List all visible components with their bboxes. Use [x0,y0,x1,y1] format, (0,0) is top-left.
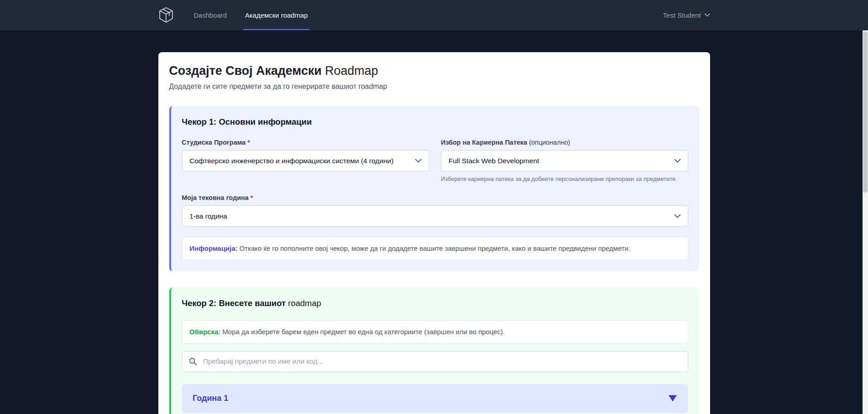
step2-heading: Чекор 2: Внесете вашиот roadmap [182,298,688,308]
laravel-logo-icon[interactable] [158,0,174,30]
obligation-note-label: Обврска: [190,328,221,336]
step1-heading: Чекор 1: Основни информации [182,117,688,127]
scrollbar-thumb[interactable] [863,31,868,193]
current-year-label: Моја тековна година * [182,194,688,201]
roadmap-card: Создајте Свој Академски Roadmap Додадете… [158,52,710,414]
nav-link-dashboard[interactable]: Dashboard [192,0,229,30]
info-note-text: Откако ќе го пополните овој чекор, може … [240,244,630,252]
chevron-down-icon [415,159,422,163]
current-year-select-value: 1-ва година [190,212,227,220]
nav-link-academic-roadmap[interactable]: Академски roadmap [243,0,309,30]
obligation-note: Обврска: Мора да изберете барем еден пре… [182,320,688,344]
step2-section: Чекор 2: Внесете вашиот roadmap Обврска:… [169,287,699,414]
top-navbar: Dashboard Академски roadmap Test Student [0,0,868,30]
page-subtitle: Додадете ги сите предмети за да го генер… [169,83,699,91]
user-name-label: Test Student [663,11,701,19]
year-1-label: Година 1 [193,394,228,403]
step1-section: Чекор 1: Основни информации Студиска Про… [169,106,699,271]
chevron-down-icon [705,13,710,17]
course-search-input[interactable] [182,351,688,372]
required-asterisk: * [250,194,253,201]
program-select[interactable]: Софтверско инженерство и информациски си… [182,150,429,171]
career-help-text: Изберете кариерна патека за да добиете п… [441,175,688,182]
collapse-triangle-icon[interactable] [668,395,677,402]
career-select-value: Full Stack Web Development [449,157,539,165]
program-label: Студиска Програма * [182,139,429,146]
chevron-down-icon [674,214,681,218]
obligation-note-text: Мора да изберете барем еден предмет во е… [222,328,505,336]
current-year-select[interactable]: 1-ва година [182,205,688,227]
current-year-field: Моја тековна година * 1-ва година [182,194,688,227]
scrollbar[interactable] [863,30,868,414]
program-select-value: Софтверско инженерство и информациски си… [190,157,394,165]
year-1-accordion-header[interactable]: Година 1 [182,384,688,413]
main-content: Создајте Свој Академски Roadmap Додадете… [0,30,868,414]
career-label: Избор на Кариерна Патека (опционално) [441,139,688,146]
required-asterisk: * [247,139,250,146]
career-select[interactable]: Full Stack Web Development [441,150,688,171]
program-field: Студиска Програма * Софтверско инженерст… [182,139,429,182]
course-search-field [182,351,688,372]
chevron-down-icon [674,159,681,163]
optional-suffix: (опционално) [529,139,570,146]
page-title: Создајте Свој Академски Roadmap [169,64,699,78]
info-note-label: Информација: [190,244,238,252]
search-icon [188,357,197,366]
info-note: Информација: Откако ќе го пополните овој… [182,237,688,260]
user-menu-button[interactable]: Test Student [663,11,710,19]
career-field: Избор на Кариерна Патека (опционално) Fu… [441,139,688,182]
